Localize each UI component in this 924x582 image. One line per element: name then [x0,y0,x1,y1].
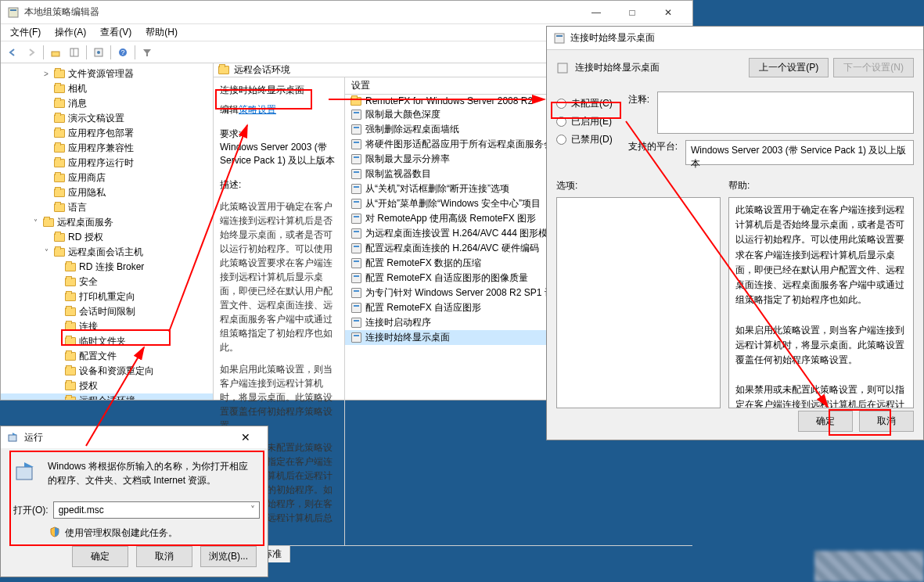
up-button[interactable] [47,44,64,61]
minimize-button[interactable]: — [578,2,614,23]
tree-panel[interactable]: >文件资源管理器相机消息演示文稿设置应用程序包部署应用程序兼容性应用程序运行时应… [1,63,214,400]
tree-item[interactable]: 应用商店 [1,171,213,185]
radio-not-configured-label: 未配置(C) [571,97,613,110]
desc-label: 描述: [220,178,338,192]
run-browse-button[interactable]: 浏览(B)... [200,546,257,567]
menu-action[interactable]: 操作(A) [49,24,92,41]
svg-text:?: ? [120,48,124,56]
menu-view[interactable]: 查看(V) [94,24,138,41]
policy-titlebar: 连接时始终显示桌面 [547,27,923,50]
gpedit-titlebar: 本地组策略编辑器 — □ ✕ [1,1,692,24]
svg-rect-11 [558,63,567,73]
options-label: 选项: [556,179,721,192]
svg-rect-0 [9,8,18,17]
platform-label: 支持的平台: [628,140,678,153]
run-admin-text: 使用管理权限创建此任务。 [65,526,178,540]
desc-body1: 此策略设置用于确定在客户端连接到远程计算机后是否始终显示桌面，或者是否可以运行初… [220,199,338,354]
policy-icon [553,32,566,45]
help-label: 帮助: [728,179,914,192]
edit-policy-link[interactable]: 策略设置 [239,104,276,115]
run-icon-small [7,431,20,444]
run-open-input[interactable] [53,501,260,519]
tree-item[interactable]: 安全 [1,275,213,289]
tree-item[interactable]: 设备和资源重定向 [1,364,213,379]
help-p2: 如果启用此策略设置，则当客户端连接到远程计算机时，将显示桌面。此策略设置覆盖任何… [735,323,907,368]
run-cancel-button[interactable]: 取消 [136,546,192,567]
tree-item[interactable]: RD 连接 Broker [1,260,213,275]
policy-title: 连接时始终显示桌面 [570,31,655,45]
tree-item[interactable]: 应用程序包部署 [1,126,213,141]
tree-item[interactable]: 演示文稿设置 [1,111,213,126]
filter-button[interactable] [138,44,156,61]
run-title: 运行 [24,431,43,444]
tree-item[interactable]: 远程会话环境 [1,393,213,400]
comment-textarea[interactable] [657,92,914,134]
tree-item[interactable]: 相机 [1,81,213,96]
tree-item[interactable]: RD 授权 [1,230,213,245]
help-button[interactable]: ? [114,44,131,61]
menu-file[interactable]: 文件(F) [4,24,47,41]
tree-item[interactable]: ˅远程桌面会话主机 [1,245,213,260]
policy-name: 连接时始终显示桌面 [575,61,660,74]
cancel-button[interactable]: 取消 [859,411,914,432]
tree-item[interactable]: 授权 [1,379,213,393]
run-dialog: 运行 ✕ Windows 将根据你所输入的名称，为你打开相应的程序、文件夹、文档… [0,426,268,577]
tree-item[interactable]: 应用程序运行时 [1,156,213,171]
back-button[interactable] [4,44,21,61]
tree-item[interactable]: 应用程序兼容性 [1,141,213,156]
radio-disabled[interactable] [556,135,566,145]
shield-icon [49,526,60,540]
svg-rect-12 [9,435,16,441]
req-label: 要求: [220,128,338,141]
maximize-button[interactable]: □ [614,2,650,23]
help-p3: 如果禁用或未配置此策略设置，则可以指定在客户端连接到远程计算机后在远程计算机上运… [735,383,907,408]
prev-setting-button[interactable]: 上一个设置(P) [749,58,829,77]
taskbar-blur [814,551,924,582]
tree-item[interactable]: 会话时间限制 [1,304,213,319]
desc-title: 连接时始终显示桌面 [220,84,338,97]
next-setting-button[interactable]: 下一个设置(N) [833,58,914,77]
run-titlebar: 运行 ✕ [1,426,268,448]
radio-not-configured[interactable] [556,99,566,109]
tree-item[interactable]: 临时文件夹 [1,334,213,349]
comment-label: 注释: [628,92,649,106]
bottom-tabs: 扩展 标准 [214,545,692,562]
svg-rect-1 [10,9,16,11]
radio-disabled-label: 已禁用(D) [571,133,613,146]
menu-help[interactable]: 帮助(H) [139,24,184,41]
options-box [556,197,721,408]
svg-rect-10 [556,35,563,37]
ok-button[interactable]: 确定 [798,411,853,432]
help-box: 此策略设置用于确定在客户端连接到远程计算机后是否始终显示桌面，或者是否可以运行初… [728,197,914,408]
edit-prefix: 编辑 [220,104,239,115]
run-icon [13,459,38,484]
tree-item[interactable]: 打印机重定向 [1,289,213,304]
svg-rect-13 [16,467,32,480]
svg-rect-9 [555,34,564,43]
path-title: 远程会话环境 [234,63,290,77]
tree-item[interactable]: 连接 [1,319,213,334]
forward-button[interactable] [23,44,40,61]
radio-enabled[interactable] [556,117,566,127]
run-close-button[interactable]: ✕ [230,431,261,444]
run-ok-button[interactable]: 确定 [72,546,128,567]
properties-button[interactable] [90,44,107,61]
policy-dialog: 连接时始终显示桌面 连接时始终显示桌面 上一个设置(P) 下一个设置(N) 未配… [546,26,924,440]
policy-name-icon [556,62,569,74]
radio-enabled-label: 已启用(E) [571,115,612,128]
tree-item[interactable]: >文件资源管理器 [1,66,213,81]
close-button[interactable]: ✕ [650,2,686,23]
tree-item[interactable]: 消息 [1,96,213,111]
tree-item[interactable]: 应用隐私 [1,185,213,200]
tree-item[interactable]: 语言 [1,200,213,215]
show-hide-button[interactable] [66,44,83,61]
req-text: Windows Server 2003 (带 Service Pack 1) 及… [220,141,338,167]
policy-state-radio-group: 未配置(C) 已启用(E) 已禁用(D) [556,95,613,149]
dropdown-icon[interactable]: ˅ [250,505,255,516]
tree-item[interactable]: ˅远程桌面服务 [1,215,213,230]
help-p1: 此策略设置用于确定在客户端连接到远程计算机后是否始终显示桌面，或者是否可以运行初… [735,203,907,307]
tree-item[interactable]: 配置文件 [1,349,213,364]
svg-point-6 [97,51,100,54]
svg-rect-2 [52,52,59,56]
gpedit-title: 本地组策略编辑器 [24,5,578,19]
